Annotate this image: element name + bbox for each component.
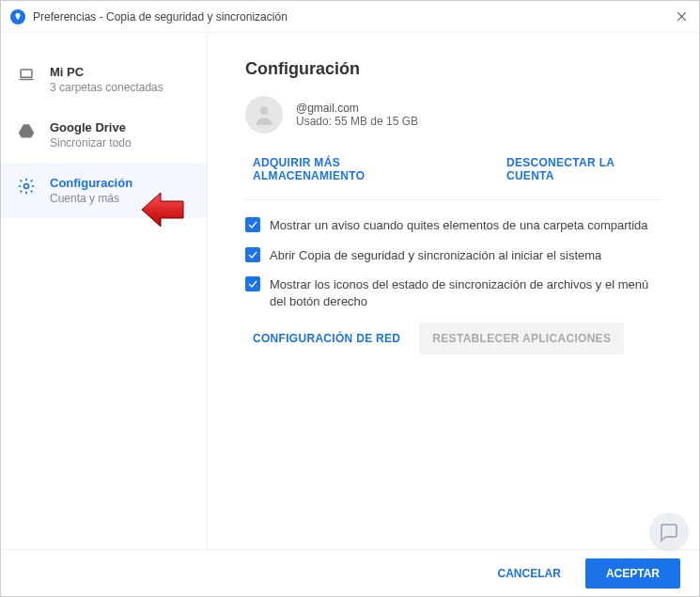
account-storage: Usado: 55 MB de 15 GB: [296, 115, 418, 128]
titlebar: Preferencias - Copia de seguridad y sinc…: [1, 1, 699, 33]
checkbox[interactable]: [245, 217, 260, 232]
disconnect-account-link[interactable]: DESCONECTAR LA CUENTA: [506, 156, 661, 182]
avatar: [245, 96, 283, 134]
account-row: @gmail.com Usado: 55 MB de 15 GB: [245, 96, 661, 134]
account-email: @gmail.com: [296, 102, 418, 115]
sidebar-item-label: Google Drive: [50, 120, 132, 134]
drive-icon: [16, 120, 37, 141]
svg-point-3: [24, 184, 29, 189]
sidebar-item-subtitle: Sincronizar todo: [50, 136, 132, 149]
checkbox-label: Mostrar los iconos del estado de sincron…: [270, 276, 661, 309]
sidebar-item-subtitle: Cuenta y más: [50, 192, 132, 205]
gear-icon: [16, 176, 37, 196]
checkbox-label: Abrir Copia de seguridad y sincronizació…: [270, 247, 601, 264]
sidebar-item-mi-pc[interactable]: Mi PC 3 carpetas conectadas: [1, 52, 207, 107]
sidebar-item-label: Configuración: [50, 176, 132, 190]
checkbox-row-sync-icons: Mostrar los iconos del estado de sincron…: [245, 276, 661, 309]
laptop-icon: [16, 65, 37, 86]
network-config-button[interactable]: CONFIGURACIÓN DE RED: [253, 332, 400, 345]
checkbox[interactable]: [245, 276, 260, 291]
svg-point-5: [260, 106, 269, 115]
accept-button[interactable]: ACEPTAR: [585, 558, 680, 589]
svg-marker-4: [142, 193, 183, 227]
annotation-arrow: [140, 191, 185, 231]
sidebar-item-label: Mi PC: [50, 65, 163, 79]
checkbox-row-open-on-startup: Abrir Copia de seguridad y sincronizació…: [245, 247, 661, 264]
checkbox-row-shared-warning: Mostrar un aviso cuando quites elementos…: [245, 217, 661, 234]
close-button[interactable]: [673, 8, 690, 25]
sidebar-item-subtitle: 3 carpetas conectadas: [50, 81, 163, 94]
window-title: Preferencias - Copia de seguridad y sinc…: [33, 10, 288, 24]
app-icon: [10, 9, 25, 24]
checkbox-label: Mostrar un aviso cuando quites elementos…: [270, 217, 648, 234]
page-heading: Configuración: [245, 59, 661, 79]
content-pane: Configuración @gmail.com Usado: 55 MB de…: [208, 33, 699, 549]
footer: CANCELAR ACEPTAR: [1, 549, 699, 596]
reset-apps-button: RESTABLECER APLICACIONES: [419, 322, 624, 354]
sidebar: Mi PC 3 carpetas conectadas Google Drive…: [1, 33, 208, 549]
buy-storage-link[interactable]: ADQUIRIR MÁS ALMACENAMIENTO: [253, 156, 450, 182]
svg-marker-2: [19, 124, 35, 137]
svg-rect-0: [21, 70, 32, 77]
svg-rect-1: [20, 79, 34, 81]
sidebar-item-google-drive[interactable]: Google Drive Sincronizar todo: [1, 107, 207, 163]
cancel-button[interactable]: CANCELAR: [483, 558, 576, 589]
help-bubble-icon[interactable]: [649, 512, 689, 552]
checkbox[interactable]: [245, 247, 260, 262]
